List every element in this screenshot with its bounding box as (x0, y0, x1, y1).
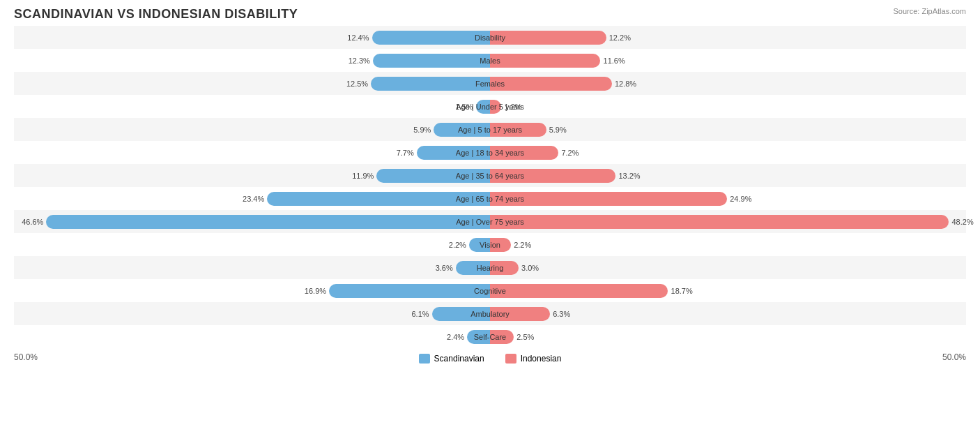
left-value-label: 7.7% (397, 149, 414, 157)
bar-center-label: Females (475, 80, 505, 88)
bar-center-label: Age | 18 to 34 years (456, 149, 524, 157)
right-value-label: 18.7% (671, 287, 693, 295)
left-value-label: 12.5% (346, 80, 368, 88)
left-bar (371, 77, 490, 91)
right-value-label: 12.2% (609, 33, 631, 42)
indonesian-legend-box (505, 354, 516, 364)
right-bar (490, 215, 949, 229)
bar-center-label: Vision (480, 241, 500, 249)
bar-center-label: Disability (475, 33, 505, 42)
left-value-label: 46.6% (22, 218, 43, 226)
table-row: Age | 35 to 64 years11.9%13.2% (14, 164, 966, 187)
left-value-label: 12.3% (349, 57, 370, 65)
table-row: Vision2.2%2.2% (14, 233, 966, 256)
bar-center-label: Age | Under 5 years (456, 103, 524, 111)
scandinavian-legend-label: Scandinavian (434, 354, 484, 364)
table-row: Age | 5 to 17 years5.9%5.9% (14, 118, 966, 141)
left-value-label: 3.6% (436, 264, 453, 272)
chart-container: SCANDINAVIAN VS INDONESIAN DISABILITY So… (0, 0, 980, 427)
table-row: Hearing3.6%3.0% (14, 256, 966, 279)
bar-center-label: Cognitive (474, 287, 506, 295)
left-value-label: 5.9% (413, 126, 431, 134)
bars-area: Disability12.4%12.2%Males12.3%11.6%Femal… (14, 26, 966, 348)
right-value-label: 48.2% (952, 218, 974, 226)
bar-center-label: Age | 35 to 64 years (456, 172, 524, 180)
right-value-label: 11.6% (604, 57, 625, 65)
chart-title: SCANDINAVIAN VS INDONESIAN DISABILITY (14, 7, 966, 22)
left-value-label: 11.9% (352, 172, 374, 180)
table-row: Age | 65 to 74 years23.4%24.9% (14, 187, 966, 210)
right-value-label: 3.0% (521, 264, 539, 272)
left-bar (373, 54, 490, 68)
table-row: Cognitive16.9%18.7% (14, 279, 966, 302)
left-bar (46, 215, 490, 229)
right-bar (490, 31, 606, 45)
right-value-label: 6.3% (553, 310, 570, 318)
right-value-label: 2.5% (516, 333, 534, 341)
left-value-label: 12.4% (347, 33, 369, 42)
right-value-label: 24.9% (730, 195, 751, 203)
bar-center-label: Age | 65 to 74 years (456, 195, 524, 203)
table-row: Age | 18 to 34 years7.7%7.2% (14, 141, 966, 164)
right-value-label: 2.2% (514, 241, 531, 249)
left-bar (329, 284, 490, 298)
table-row: Age | Under 5 years1.5%1.2% (14, 95, 966, 118)
indonesian-legend-label: Indonesian (521, 354, 562, 364)
bar-center-label: Self-Care (474, 333, 506, 341)
table-row: Age | Over 75 years46.6%48.2% (14, 210, 966, 233)
legend-indonesian: Indonesian (505, 354, 562, 364)
footer: 50.0% Scandinavian Indonesian 50.0% (14, 351, 966, 364)
footer-right-value: 50.0% (942, 352, 966, 362)
table-row: Disability12.4%12.2% (14, 26, 966, 49)
bar-center-label: Age | 5 to 17 years (458, 126, 522, 134)
left-bar (372, 31, 490, 45)
table-row: Males12.3%11.6% (14, 49, 966, 72)
footer-left-value: 50.0% (14, 352, 38, 362)
right-value-label: 13.2% (618, 172, 640, 180)
right-value-label: 7.2% (561, 149, 579, 157)
left-value-label: 16.9% (305, 287, 326, 295)
table-row: Ambulatory6.1%6.3% (14, 302, 966, 325)
bar-center-label: Ambulatory (470, 310, 510, 318)
left-value-label: 6.1% (412, 310, 429, 318)
bar-center-label: Hearing (477, 264, 504, 272)
table-row: Self-Care2.4%2.5% (14, 325, 966, 348)
left-value-label: 23.4% (243, 195, 264, 203)
bar-center-label: Age | Over 75 years (456, 218, 524, 226)
left-value-label: 2.2% (449, 241, 466, 249)
right-bar (490, 77, 612, 91)
right-value-label: 12.8% (615, 80, 636, 88)
legend-scandinavian: Scandinavian (419, 354, 484, 364)
table-row: Females12.5%12.8% (14, 72, 966, 95)
source-label: Source: ZipAtlas.com (893, 7, 966, 15)
bar-center-label: Males (480, 57, 500, 65)
right-bar (490, 54, 600, 68)
right-bar (490, 192, 727, 206)
right-bar (490, 284, 668, 298)
left-value-label: 2.4% (447, 333, 464, 341)
right-value-label: 5.9% (549, 126, 567, 134)
legend: Scandinavian Indonesian (419, 354, 562, 364)
scandinavian-legend-box (419, 354, 430, 364)
